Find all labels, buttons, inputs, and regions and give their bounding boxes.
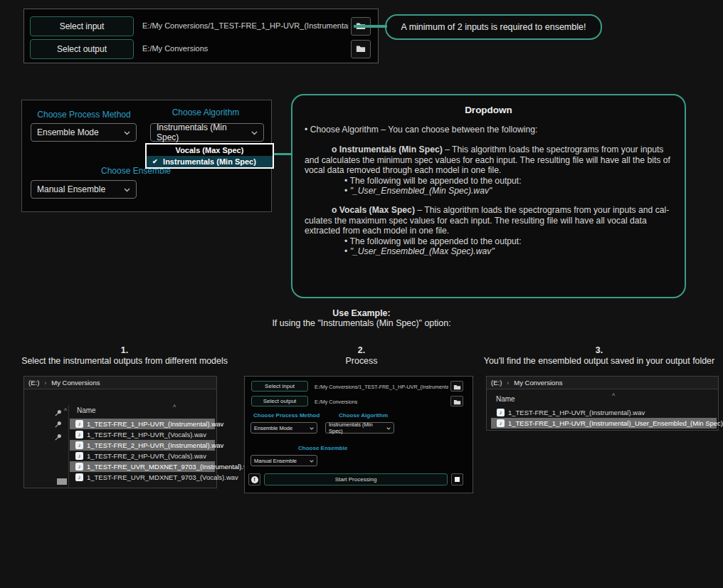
folder-crumb[interactable]: My Conversions [514,379,562,387]
audio-file-icon: ♪ [75,420,83,428]
info-icon: ! [251,476,258,483]
audio-file-icon: ♪ [75,431,83,439]
algorithm-label: Choose Algorithm [339,412,388,419]
algorithm-value: Instrumentals (Min Spec) [157,122,251,142]
audio-file-icon: ♪ [75,463,83,471]
start-processing-button[interactable]: Start Processing [264,473,448,485]
append-note: • The following will be appended to the … [344,236,675,246]
appended-filename: "_User_Ensembled_(Max Spec).wav" [350,246,495,256]
process-method-label: Choose Process Method [31,110,137,120]
file-row[interactable]: ♪ 1_TEST-FRE_1_HP-UVR_(Vocals).wav [70,429,213,440]
file-name: 1_TEST-FRE_UVR_MDXNET_9703_(Instrumental… [87,463,255,471]
chevron-down-icon [124,184,130,194]
ensemble-dropdown[interactable]: Manual Ensemble [31,180,137,199]
open-output-folder-button[interactable] [351,40,371,58]
select-output-button[interactable]: Select output [251,396,308,406]
audio-file-icon: ♪ [75,441,83,449]
file-explorer-output: (E:) › My Conversions Name ^ ♪ 1_TEST-FR… [486,376,719,431]
dropdown-info-panel: Dropdown • Choose Algorithm – You can ch… [291,94,686,298]
step-3-heading: 3. You'll find the ensembled output save… [475,345,723,367]
ensemble-dropdown[interactable]: Manual Ensemble [250,455,317,466]
folder-crumb[interactable]: My Conversions [51,379,100,387]
open-output-folder-button[interactable] [450,396,463,406]
output-path-field: E:/My Conversions [315,399,448,405]
select-output-button[interactable]: Select output [30,39,134,59]
info-button[interactable]: ! [248,473,260,485]
folder-icon [453,395,461,408]
chevron-down-icon [124,127,130,137]
drive-crumb[interactable]: (E:) [491,379,502,387]
chevron-down-icon [310,425,314,431]
pin-icon [54,419,63,427]
step-caption: Process [246,356,477,367]
name-column-header[interactable]: Name [77,406,96,414]
breadcrumb-separator-icon: › [507,379,509,387]
append-note: • The following will be appended to the … [344,176,675,186]
sort-caret: ^ [173,404,176,411]
scrollbar[interactable] [57,478,67,485]
stop-button[interactable] [451,473,463,485]
bullet: • [344,186,350,196]
breadcrumb-separator-icon: › [44,379,46,387]
pin-icon [54,431,63,440]
step-number: 2. [246,345,477,356]
chevron-down-icon [310,458,314,464]
file-row[interactable]: ♪ 1_TEST-FRE_1_HP-UVR_(Instrumental).wav [70,419,215,429]
file-row[interactable]: ♪ 1_TEST-FRE_UVR_MDXNET_9703_(Vocals).wa… [70,472,215,483]
process-method-dropdown[interactable]: Ensemble Mode [250,422,317,434]
file-row[interactable]: ♪ 1_TEST-FRE_2_HP-UVR_(Vocals).wav [70,451,213,461]
file-name: 1_TEST-FRE_1_HP-UVR_(Vocals).wav [87,431,206,439]
file-row[interactable]: ♪ 1_TEST-FRE_UVR_MDXNET_9703_(Instrument… [70,461,215,472]
name-column-header[interactable]: Name [496,395,515,403]
info-panel-title: Dropdown [292,105,685,115]
file-row[interactable]: ♪ 1_TEST-FRE_2_HP-UVR_(Instrumental).wav [70,440,215,451]
algorithm-dropdown-menu: Vocals (Max Spec) ✔ Instrumentals (Min S… [145,143,274,169]
output-path-field: E:/My Conversions [142,44,349,53]
algorithm-name: o Vocals (Max Spec) [332,205,415,215]
file-name: 1_TEST-FRE_UVR_MDXNET_9703_(Vocals).wav [87,473,238,481]
select-input-button[interactable]: Select input [30,16,134,36]
step-caption: You'll find the ensembled output saved i… [475,356,723,367]
menu-item[interactable]: ✔ Instrumentals (Min Spec) [147,156,273,167]
step-1-heading: 1. Select the instrumental outputs from … [4,345,246,367]
ensemble-requirement-callout: A minimum of 2 inputs is required to ens… [385,14,602,40]
menu-item[interactable]: Vocals (Max Spec) [147,145,273,156]
input-path-field: E:/My Conversions/1_TEST-FRE_1_HP-UVR_(I… [142,21,349,30]
algorithm-name: o Instrumentals (Min Spec) [332,145,443,154]
algorithm-dropdown[interactable]: Instrumentals (Min Spec) [150,123,264,142]
input-path-field: E:/My Conversions/1_TEST-FRE_1_HP-UVR_(I… [315,384,448,390]
open-input-folder-button[interactable] [450,381,463,392]
address-bar: (E:) › My Conversions [24,377,216,389]
ensemble-options-panel: Choose Process Method Ensemble Mode Choo… [21,100,272,212]
file-row[interactable]: ♪ 1_TEST-FRE_1_HP-UVR_(Instrumental)_Use… [491,418,717,429]
file-name: 1_TEST-FRE_2_HP-UVR_(Instrumental).wav [87,441,223,449]
check-icon: ✔ [152,158,158,165]
address-bar: (E:) › My Conversions [487,377,718,389]
stop-icon [455,477,460,482]
file-select-panel: Select input E:/My Conversions/1_TEST-FR… [23,9,379,63]
sort-caret: ^ [612,392,615,399]
algorithm-section: o Instrumentals (Min Spec) – This algori… [305,145,675,196]
file-row[interactable]: ♪ 1_TEST-FRE_1_HP-UVR_(Instrumental).wav [491,407,652,418]
process-method-label: Choose Process Method [253,412,320,419]
collapse-caret: ^ [64,407,67,414]
pin-rail: ^ [24,405,69,488]
folder-icon [453,380,461,393]
step-2-heading: 2. Process [246,345,477,367]
use-example-subtitle: If using the "Instrumentals (Min Spec)" … [0,318,723,328]
uvr-mini-app: Select input E:/My Conversions/1_TEST-FR… [244,376,473,493]
algorithm-value: Instrumentals (Min Spec) [329,421,386,434]
drive-crumb[interactable]: (E:) [28,379,39,387]
step-caption: Select the instrumental outputs from dif… [4,356,246,367]
audio-file-icon: ♪ [75,473,83,481]
select-input-button[interactable]: Select input [251,381,308,392]
process-method-value: Ensemble Mode [254,425,292,431]
process-method-dropdown[interactable]: Ensemble Mode [31,123,137,142]
chevron-down-icon [251,127,258,137]
menu-item-label: Vocals (Max Spec) [176,146,244,154]
algorithm-section: o Vocals (Max Spec) – This algorithm loa… [305,205,675,256]
folder-icon [356,43,366,56]
process-method-value: Ensemble Mode [37,127,99,137]
ensemble-label: Choose Ensemble [298,445,347,451]
algorithm-dropdown[interactable]: Instrumentals (Min Spec) [325,422,394,434]
